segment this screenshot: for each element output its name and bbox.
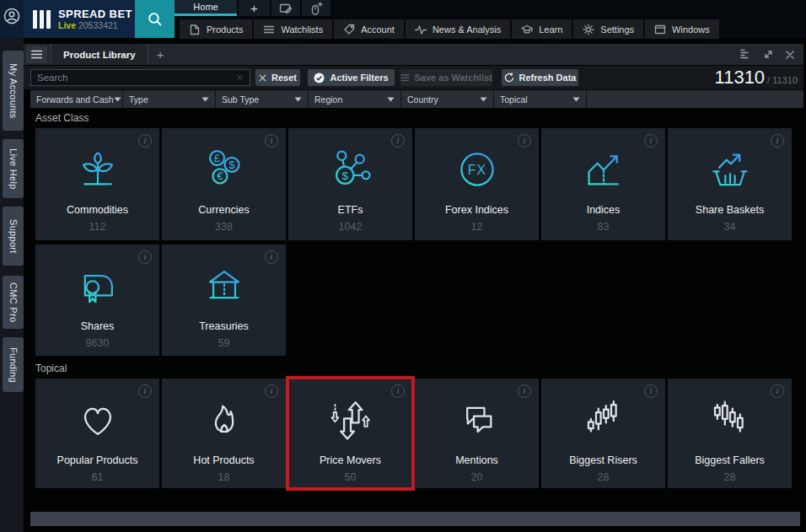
- close-icon[interactable]: [785, 50, 795, 60]
- info-icon[interactable]: i: [138, 134, 152, 148]
- tile-row: iShares9630iTreasuries59: [35, 245, 286, 356]
- add-panel-tab-button[interactable]: +: [157, 47, 164, 62]
- commodities-icon: [75, 147, 121, 192]
- top-navigation-bar: SPREAD BET Live 20533421 Home + Products…: [0, 0, 806, 38]
- tile-treasuries[interactable]: iTreasuries59: [162, 245, 286, 356]
- chevron-down-icon: [387, 97, 395, 102]
- left-sidebar: My AccountsLive HelpSupportCMC ProFundin…: [0, 38, 24, 532]
- tab-product-library[interactable]: Product Library: [51, 44, 148, 65]
- indices-icon: [581, 147, 626, 192]
- tile-share-baskets[interactable]: iShare Baskets34: [668, 128, 792, 240]
- shown-count: 11310: [715, 66, 766, 89]
- account-number: 20533421: [78, 20, 118, 30]
- sidebar-item-funding[interactable]: Funding: [3, 337, 24, 392]
- info-icon[interactable]: i: [265, 250, 278, 264]
- tile-commodities[interactable]: iCommodities112: [35, 128, 159, 240]
- refresh-icon: [504, 73, 514, 83]
- result-counter: 11310 / 11310: [715, 66, 798, 89]
- heart-icon: [75, 397, 121, 443]
- tile-biggest-risers[interactable]: iBiggest Risers28: [541, 379, 665, 488]
- horizontal-scrollbar[interactable]: [30, 512, 800, 526]
- clear-search-icon[interactable]: ✕: [236, 73, 244, 83]
- sidebar-item-my-accounts[interactable]: My Accounts: [3, 51, 24, 131]
- account-icon: [343, 24, 355, 35]
- price-movers-icon: [328, 397, 373, 443]
- info-icon[interactable]: i: [391, 384, 405, 398]
- save-as-watchlist-button[interactable]: Save as Watchlist: [400, 69, 492, 86]
- main-menu-bar: ProductsWatchlistsAccountNews & Analysis…: [180, 19, 719, 39]
- chevron-down-icon: [114, 97, 121, 102]
- menu-news[interactable]: News & Analysis: [406, 19, 510, 39]
- filter-dropdown-topical[interactable]: Topical: [494, 90, 587, 108]
- share-baskets-icon: [707, 147, 753, 192]
- settings-icon: [583, 24, 594, 35]
- active-filters-button[interactable]: Active Filters: [308, 69, 395, 86]
- refresh-data-button[interactable]: Refresh Data: [502, 69, 578, 86]
- tile-etfs[interactable]: iETFs1042: [288, 128, 412, 240]
- info-icon[interactable]: i: [771, 384, 784, 398]
- treasuries-icon: [202, 263, 247, 309]
- filter-dropdown-sub-type[interactable]: Sub Type: [216, 90, 309, 108]
- tile-popular-products[interactable]: iPopular Products61: [35, 379, 159, 488]
- news-icon: [415, 24, 427, 35]
- tab-home[interactable]: Home: [175, 0, 237, 16]
- maximize-icon[interactable]: [763, 49, 774, 60]
- tile-row: iCommodities112iCurrencies338iETFs1042iF…: [35, 128, 792, 240]
- panel-header: Product Library +: [24, 44, 803, 65]
- sidebar-item-live-help[interactable]: Live Help: [3, 139, 24, 198]
- section-label: Asset Class: [35, 112, 89, 124]
- tile-price-movers[interactable]: iPrice Movers50: [288, 379, 412, 488]
- panel-toolbar: Search ✕ Reset Active Filters Save as Wa…: [24, 66, 803, 89]
- watchlists-icon: [263, 24, 275, 35]
- info-icon[interactable]: i: [265, 134, 278, 148]
- filter-dropdown-type[interactable]: Type: [123, 90, 216, 108]
- menu-learn[interactable]: Learn: [512, 19, 572, 39]
- panel-list-icon[interactable]: [740, 49, 752, 60]
- tile-currencies[interactable]: iCurrencies338: [162, 128, 286, 240]
- menu-settings[interactable]: Settings: [573, 19, 643, 39]
- info-icon[interactable]: i: [771, 134, 784, 148]
- products-icon: [189, 24, 201, 35]
- tile-indices[interactable]: iIndices83: [541, 128, 665, 240]
- avatar-icon: [3, 8, 20, 24]
- add-workspace-tab-button[interactable]: +: [239, 0, 270, 16]
- tile-forex-indices[interactable]: iForex Indices12: [415, 128, 539, 240]
- edit-layout-button[interactable]: [271, 0, 300, 16]
- workspace-tabs: Home +: [175, 0, 330, 16]
- mouse-settings-button[interactable]: [302, 0, 330, 16]
- sidebar-item-support[interactable]: Support: [3, 207, 24, 266]
- info-icon[interactable]: i: [644, 384, 658, 398]
- filter-dropdown-country[interactable]: Country: [401, 90, 494, 108]
- search-input[interactable]: Search ✕: [30, 69, 250, 86]
- brand-logo[interactable]: SPREAD BET Live 20533421: [24, 0, 135, 38]
- chevron-down-icon: [572, 97, 580, 102]
- menu-products[interactable]: Products: [180, 19, 252, 39]
- info-icon[interactable]: i: [138, 250, 152, 264]
- filter-dropdown-region[interactable]: Region: [309, 90, 401, 108]
- shares-icon: [75, 263, 121, 309]
- filter-dropdown-forwards-and-cash[interactable]: Forwards and Cash: [30, 90, 123, 108]
- menu-account[interactable]: Account: [334, 19, 404, 39]
- info-icon[interactable]: i: [265, 384, 278, 398]
- hamburger-icon: [31, 50, 42, 59]
- info-icon[interactable]: i: [391, 134, 405, 148]
- tile-hot-products[interactable]: iHot Products18: [162, 379, 286, 488]
- chevron-down-icon: [202, 97, 209, 102]
- mouse-add-icon: [309, 2, 323, 15]
- sidebar-item-cmc-pro[interactable]: CMC Pro: [3, 276, 24, 329]
- tile-biggest-fallers[interactable]: iBiggest Fallers28: [668, 379, 792, 488]
- panel-menu-button[interactable]: [26, 46, 47, 63]
- reset-button[interactable]: Reset: [255, 69, 300, 86]
- menu-windows[interactable]: Windows: [645, 19, 719, 39]
- tile-shares[interactable]: iShares9630: [35, 245, 159, 356]
- search-button[interactable]: [135, 0, 175, 38]
- brand-name: SPREAD BET: [58, 8, 132, 20]
- menu-watchlists[interactable]: Watchlists: [254, 19, 332, 39]
- info-icon[interactable]: i: [518, 384, 531, 398]
- user-avatar[interactable]: [0, 0, 24, 38]
- info-icon[interactable]: i: [518, 134, 531, 148]
- search-placeholder: Search: [37, 73, 67, 83]
- info-icon[interactable]: i: [138, 384, 152, 398]
- tile-mentions[interactable]: iMentions20: [415, 379, 539, 488]
- info-icon[interactable]: i: [644, 134, 658, 148]
